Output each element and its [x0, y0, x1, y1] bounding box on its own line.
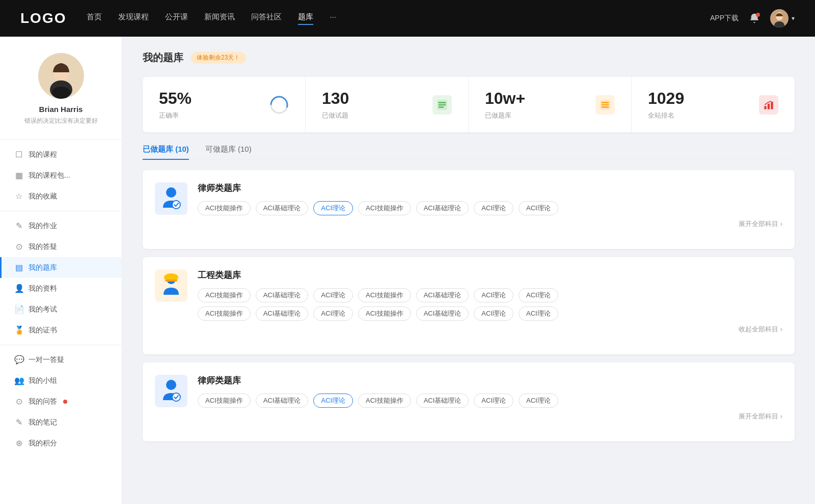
nav-more[interactable]: ··· [330, 12, 336, 25]
sidebar-item-mygroup[interactable]: 👥 我的小组 [0, 370, 122, 391]
tag-2b-0[interactable]: ACI技能操作 [198, 306, 251, 321]
tag-2b-3[interactable]: ACI技能操作 [358, 306, 411, 321]
tabs: 已做题库 (10) 可做题库 (10) [143, 145, 795, 160]
stat-rank-value: 1029 [648, 89, 684, 108]
sidebar-label-myfavorite: 我的收藏 [29, 192, 57, 201]
stat-rank-label: 全站排名 [648, 111, 684, 120]
sidebar-item-mycert[interactable]: 🏅 我的证书 [0, 320, 122, 341]
nav-news[interactable]: 新闻资讯 [204, 12, 235, 25]
tag-1-1[interactable]: ACI基础理论 [256, 201, 309, 215]
user-avatar-menu[interactable]: ▾ [770, 9, 795, 27]
tag-3-5[interactable]: ACI理论 [474, 394, 513, 408]
collapse-link-2[interactable]: 收起全部科目 › [198, 325, 782, 334]
stat-done-label: 已做试题 [322, 111, 349, 120]
profile-motto: 错误的决定比没有决定要好 [24, 117, 98, 125]
tag-2b-1[interactable]: ACI基础理论 [256, 306, 309, 321]
tag-1-4[interactable]: ACI基础理论 [416, 201, 469, 215]
tab-done[interactable]: 已做题库 (10) [143, 145, 189, 159]
app-download-link[interactable]: APP下载 [710, 14, 739, 23]
sidebar-item-mynotes[interactable]: ✎ 我的笔记 [0, 412, 122, 433]
tag-2b-4[interactable]: ACI基础理论 [416, 306, 469, 321]
note-icon: ✎ [14, 417, 23, 427]
tag-3-4[interactable]: ACI基础理论 [416, 394, 469, 408]
tag-2-2[interactable]: ACI理论 [313, 288, 353, 302]
sidebar-item-myexam[interactable]: 📄 我的考试 [0, 299, 122, 320]
expand-link-3[interactable]: 展开全部科目 › [198, 412, 782, 421]
tag-1-3[interactable]: ACI技能操作 [358, 201, 411, 215]
tags-row-3: ACI技能操作 ACI基础理论 ACI理论 ACI技能操作 ACI基础理论 AC… [198, 394, 782, 408]
qbank-content-3: 律师类题库 ACI技能操作 ACI基础理论 ACI理论 ACI技能操作 ACI基… [198, 375, 782, 421]
sidebar-item-mypoints[interactable]: ⊛ 我的积分 [0, 433, 122, 454]
sidebar-item-myanswer[interactable]: ⊙ 我的答疑 [0, 236, 122, 257]
sidebar-label-mypackage: 我的课程包... [29, 171, 70, 180]
qbank-content-2: 工程类题库 ACI技能操作 ACI基础理论 ACI理论 ACI技能操作 ACI基… [198, 269, 782, 334]
sidebar-item-myprofile[interactable]: 👤 我的资料 [0, 278, 122, 299]
tag-2-4[interactable]: ACI基础理论 [416, 288, 469, 302]
navbar-right: APP下载 ▾ [710, 9, 795, 27]
file-icon: ☐ [14, 150, 23, 159]
tab-available[interactable]: 可做题库 (10) [205, 145, 252, 159]
notification-dot [756, 13, 760, 17]
stat-banks-left: 10w+ 已做题库 [485, 89, 525, 120]
tag-3-6[interactable]: ACI理论 [519, 394, 558, 408]
stat-banks-value: 10w+ [485, 89, 525, 108]
page-header: 我的题库 体验剩余23天！ [143, 51, 795, 65]
tag-2-0[interactable]: ACI技能操作 [198, 288, 251, 302]
profile-name: Brian Harris [39, 105, 83, 114]
stat-done-banks: 10w+ 已做题库 [469, 77, 632, 132]
tag-2b-6[interactable]: ACI理论 [519, 306, 558, 321]
sidebar-profile: Brian Harris 错误的决定比没有决定要好 [0, 37, 122, 135]
svg-rect-18 [768, 103, 770, 109]
expand-link-1[interactable]: 展开全部科目 › [198, 219, 782, 229]
sidebar-item-mypackage[interactable]: ▦ 我的课程包... [0, 165, 122, 186]
svg-point-25 [166, 380, 176, 390]
question-icon: ⊙ [14, 242, 23, 251]
tag-3-0[interactable]: ACI技能操作 [198, 394, 251, 408]
sidebar-item-mycourse[interactable]: ☐ 我的课程 [0, 144, 122, 165]
sidebar-label-mypoints: 我的积分 [29, 439, 57, 448]
svg-rect-14 [601, 102, 609, 103]
main-content: 我的题库 体验剩余23天！ 55% 正确率 [122, 37, 815, 504]
sidebar-item-onetoone[interactable]: 💬 一对一答疑 [0, 349, 122, 370]
qbank-header-3: 律师类题库 ACI技能操作 ACI基础理论 ACI理论 ACI技能操作 ACI基… [155, 375, 782, 421]
tag-3-1[interactable]: ACI基础理论 [256, 394, 309, 408]
tag-1-5[interactable]: ACI理论 [474, 201, 513, 215]
tag-3-2[interactable]: ACI理论 [313, 394, 353, 408]
nav-opencourse[interactable]: 公开课 [165, 12, 188, 25]
notification-bell[interactable] [749, 13, 760, 24]
stat-accuracy-value: 55% [159, 89, 192, 108]
tag-2-3[interactable]: ACI技能操作 [358, 288, 411, 302]
stat-done-left: 130 已做试题 [322, 89, 349, 120]
tag-1-0[interactable]: ACI技能操作 [198, 201, 251, 215]
tags-row-2b: ACI技能操作 ACI基础理论 ACI理论 ACI技能操作 ACI基础理论 AC… [198, 306, 782, 321]
tag-1-6[interactable]: ACI理论 [519, 201, 558, 215]
sidebar-item-myqa[interactable]: ⊙ 我的问答 [0, 391, 122, 412]
svg-rect-15 [601, 104, 609, 105]
nav-home[interactable]: 首页 [87, 12, 102, 25]
sidebar-divider-1 [0, 211, 122, 211]
page-title: 我的题库 [143, 51, 183, 65]
qa-icon: ⊙ [14, 397, 23, 406]
sidebar-label-myexam: 我的考试 [29, 305, 57, 314]
tags-row-1: ACI技能操作 ACI基础理论 ACI理论 ACI技能操作 ACI基础理论 AC… [198, 201, 782, 215]
nav-discover[interactable]: 发现课程 [118, 12, 149, 25]
tag-2b-2[interactable]: ACI理论 [313, 306, 353, 321]
tags-row-2a: ACI技能操作 ACI基础理论 ACI理论 ACI技能操作 ACI基础理论 AC… [198, 288, 782, 302]
sidebar-item-myfavorite[interactable]: ☆ 我的收藏 [0, 186, 122, 207]
tag-3-3[interactable]: ACI技能操作 [358, 394, 411, 408]
tag-2-1[interactable]: ACI基础理论 [256, 288, 309, 302]
sidebar-label-onetoone: 一对一答疑 [29, 355, 64, 365]
tag-1-2[interactable]: ACI理论 [313, 201, 353, 215]
nav-qa[interactable]: 问答社区 [251, 12, 282, 25]
sidebar-item-myhomework[interactable]: ✎ 我的作业 [0, 215, 122, 236]
nav-qbank[interactable]: 题库 [298, 12, 313, 25]
tag-2-6[interactable]: ACI理论 [519, 288, 558, 302]
tag-2-5[interactable]: ACI理论 [474, 288, 513, 302]
qbank-title-1: 律师类题库 [198, 182, 782, 194]
qbank-title-3: 律师类题库 [198, 375, 782, 386]
sidebar-label-myprofile: 我的资料 [29, 284, 57, 293]
svg-rect-17 [764, 106, 766, 109]
tag-2b-5[interactable]: ACI理论 [474, 306, 513, 321]
nav-links: 首页 发现课程 公开课 新闻资讯 问答社区 题库 ··· [87, 12, 690, 25]
sidebar-item-myqbank[interactable]: ▤ 我的题库 [0, 257, 122, 278]
